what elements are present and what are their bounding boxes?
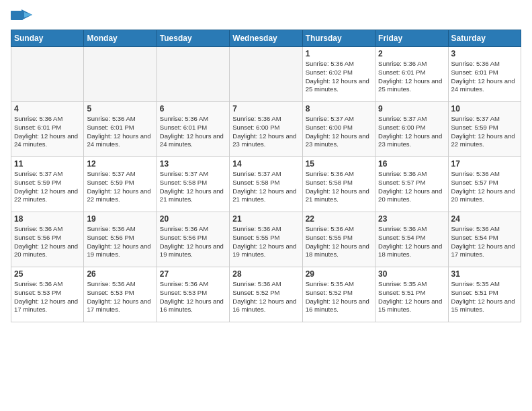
- calendar-cell: 9Sunrise: 5:37 AMSunset: 6:00 PMDaylight…: [375, 102, 448, 157]
- calendar-cell: 4Sunrise: 5:36 AMSunset: 6:01 PMDaylight…: [11, 102, 84, 157]
- calendar-week-1: 1Sunrise: 5:36 AMSunset: 6:02 PMDaylight…: [11, 47, 521, 102]
- logo: [11, 8, 34, 26]
- calendar-cell: 26Sunrise: 5:36 AMSunset: 5:53 PMDayligh…: [84, 267, 157, 322]
- calendar-header-thursday: Thursday: [302, 30, 375, 47]
- calendar-week-3: 11Sunrise: 5:37 AMSunset: 5:59 PMDayligh…: [11, 157, 521, 212]
- calendar-cell: 15Sunrise: 5:36 AMSunset: 5:58 PMDayligh…: [302, 157, 375, 212]
- day-number: 4: [14, 104, 81, 113]
- day-info: Sunrise: 5:36 AMSunset: 5:56 PMDaylight:…: [87, 225, 153, 259]
- day-info: Sunrise: 5:36 AMSunset: 6:01 PMDaylight:…: [451, 60, 518, 94]
- day-info: Sunrise: 5:36 AMSunset: 6:01 PMDaylight:…: [87, 115, 153, 149]
- day-number: 2: [378, 49, 445, 58]
- day-info: Sunrise: 5:36 AMSunset: 6:01 PMDaylight:…: [14, 115, 81, 149]
- calendar-cell: 14Sunrise: 5:37 AMSunset: 5:58 PMDayligh…: [230, 157, 302, 212]
- calendar-cell: 16Sunrise: 5:36 AMSunset: 5:57 PMDayligh…: [375, 157, 448, 212]
- day-number: 28: [232, 269, 299, 279]
- day-info: Sunrise: 5:37 AMSunset: 5:58 PMDaylight:…: [160, 170, 226, 204]
- day-number: 5: [87, 104, 153, 113]
- day-number: 7: [232, 104, 299, 113]
- day-number: 14: [232, 159, 299, 169]
- day-number: 15: [306, 159, 372, 169]
- day-info: Sunrise: 5:36 AMSunset: 5:52 PMDaylight:…: [232, 280, 299, 314]
- calendar-cell: 2Sunrise: 5:36 AMSunset: 6:01 PMDaylight…: [375, 47, 448, 102]
- calendar-header-saturday: Saturday: [448, 30, 521, 47]
- day-number: 22: [306, 214, 372, 224]
- day-info: Sunrise: 5:36 AMSunset: 6:01 PMDaylight:…: [378, 60, 445, 94]
- calendar-header-monday: Monday: [84, 30, 157, 47]
- day-number: 24: [451, 214, 518, 224]
- day-info: Sunrise: 5:36 AMSunset: 5:58 PMDaylight:…: [306, 170, 372, 204]
- day-info: Sunrise: 5:36 AMSunset: 5:54 PMDaylight:…: [451, 225, 518, 259]
- day-info: Sunrise: 5:36 AMSunset: 6:02 PMDaylight:…: [306, 60, 372, 94]
- day-info: Sunrise: 5:36 AMSunset: 5:56 PMDaylight:…: [160, 225, 226, 259]
- day-number: 10: [451, 104, 518, 113]
- calendar-cell: 19Sunrise: 5:36 AMSunset: 5:56 PMDayligh…: [84, 212, 157, 267]
- day-number: 25: [14, 269, 81, 279]
- calendar-cell: 24Sunrise: 5:36 AMSunset: 5:54 PMDayligh…: [448, 212, 521, 267]
- calendar-cell: 5Sunrise: 5:36 AMSunset: 6:01 PMDaylight…: [84, 102, 157, 157]
- day-info: Sunrise: 5:37 AMSunset: 5:59 PMDaylight:…: [14, 170, 81, 204]
- calendar-cell: 7Sunrise: 5:36 AMSunset: 6:00 PMDaylight…: [230, 102, 302, 157]
- svg-rect-0: [11, 11, 23, 20]
- calendar-header-tuesday: Tuesday: [157, 30, 229, 47]
- day-number: 23: [378, 214, 445, 224]
- calendar-cell: 30Sunrise: 5:35 AMSunset: 5:51 PMDayligh…: [375, 267, 448, 322]
- calendar-cell: 31Sunrise: 5:35 AMSunset: 5:51 PMDayligh…: [448, 267, 521, 322]
- day-info: Sunrise: 5:36 AMSunset: 5:54 PMDaylight:…: [378, 225, 445, 259]
- day-info: Sunrise: 5:37 AMSunset: 6:00 PMDaylight:…: [378, 115, 445, 149]
- day-number: 8: [306, 104, 372, 113]
- header: [11, 8, 521, 26]
- calendar-cell: 23Sunrise: 5:36 AMSunset: 5:54 PMDayligh…: [375, 212, 448, 267]
- day-number: 21: [232, 214, 299, 224]
- calendar-cell: 6Sunrise: 5:36 AMSunset: 6:01 PMDaylight…: [157, 102, 229, 157]
- day-info: Sunrise: 5:37 AMSunset: 6:00 PMDaylight:…: [306, 115, 372, 149]
- day-info: Sunrise: 5:36 AMSunset: 6:00 PMDaylight:…: [232, 115, 299, 149]
- calendar-cell: 18Sunrise: 5:36 AMSunset: 5:56 PMDayligh…: [11, 212, 84, 267]
- day-number: 6: [160, 104, 226, 113]
- page: SundayMondayTuesdayWednesdayThursdayFrid…: [0, 0, 532, 328]
- calendar-header-friday: Friday: [375, 30, 448, 47]
- day-info: Sunrise: 5:36 AMSunset: 5:53 PMDaylight:…: [160, 280, 226, 314]
- calendar-cell: 3Sunrise: 5:36 AMSunset: 6:01 PMDaylight…: [448, 47, 521, 102]
- day-number: 16: [378, 159, 445, 169]
- calendar-cell: [230, 47, 302, 102]
- day-info: Sunrise: 5:36 AMSunset: 5:57 PMDaylight:…: [378, 170, 445, 204]
- calendar-week-5: 25Sunrise: 5:36 AMSunset: 5:53 PMDayligh…: [11, 267, 521, 322]
- calendar-week-2: 4Sunrise: 5:36 AMSunset: 6:01 PMDaylight…: [11, 102, 521, 157]
- day-info: Sunrise: 5:36 AMSunset: 5:55 PMDaylight:…: [306, 225, 372, 259]
- day-number: 9: [378, 104, 445, 113]
- day-number: 26: [87, 269, 153, 279]
- calendar-cell: 10Sunrise: 5:37 AMSunset: 5:59 PMDayligh…: [448, 102, 521, 157]
- day-number: 13: [160, 159, 226, 169]
- calendar-cell: 21Sunrise: 5:36 AMSunset: 5:55 PMDayligh…: [230, 212, 302, 267]
- calendar-cell: [157, 47, 229, 102]
- day-info: Sunrise: 5:37 AMSunset: 5:58 PMDaylight:…: [232, 170, 299, 204]
- calendar-header-row: SundayMondayTuesdayWednesdayThursdayFrid…: [11, 30, 521, 47]
- calendar-table: SundayMondayTuesdayWednesdayThursdayFrid…: [11, 30, 521, 322]
- day-number: 18: [14, 214, 81, 224]
- day-number: 31: [451, 269, 518, 279]
- calendar-cell: 20Sunrise: 5:36 AMSunset: 5:56 PMDayligh…: [157, 212, 229, 267]
- calendar-cell: 22Sunrise: 5:36 AMSunset: 5:55 PMDayligh…: [302, 212, 375, 267]
- day-number: 17: [451, 159, 518, 169]
- calendar-cell: 11Sunrise: 5:37 AMSunset: 5:59 PMDayligh…: [11, 157, 84, 212]
- logo-icon: [11, 8, 32, 26]
- calendar-cell: 8Sunrise: 5:37 AMSunset: 6:00 PMDaylight…: [302, 102, 375, 157]
- day-number: 11: [14, 159, 81, 169]
- day-info: Sunrise: 5:37 AMSunset: 5:59 PMDaylight:…: [451, 115, 518, 149]
- day-info: Sunrise: 5:36 AMSunset: 5:56 PMDaylight:…: [14, 225, 81, 259]
- calendar-cell: 1Sunrise: 5:36 AMSunset: 6:02 PMDaylight…: [302, 47, 375, 102]
- day-number: 20: [160, 214, 226, 224]
- day-info: Sunrise: 5:36 AMSunset: 5:55 PMDaylight:…: [232, 225, 299, 259]
- day-info: Sunrise: 5:35 AMSunset: 5:51 PMDaylight:…: [378, 280, 445, 314]
- calendar-week-4: 18Sunrise: 5:36 AMSunset: 5:56 PMDayligh…: [11, 212, 521, 267]
- calendar-cell: 13Sunrise: 5:37 AMSunset: 5:58 PMDayligh…: [157, 157, 229, 212]
- calendar-cell: 28Sunrise: 5:36 AMSunset: 5:52 PMDayligh…: [230, 267, 302, 322]
- calendar-cell: [11, 47, 84, 102]
- calendar-header-sunday: Sunday: [11, 30, 84, 47]
- calendar-cell: 27Sunrise: 5:36 AMSunset: 5:53 PMDayligh…: [157, 267, 229, 322]
- day-number: 12: [87, 159, 153, 169]
- calendar-cell: [84, 47, 157, 102]
- calendar-cell: 17Sunrise: 5:36 AMSunset: 5:57 PMDayligh…: [448, 157, 521, 212]
- calendar-cell: 12Sunrise: 5:37 AMSunset: 5:59 PMDayligh…: [84, 157, 157, 212]
